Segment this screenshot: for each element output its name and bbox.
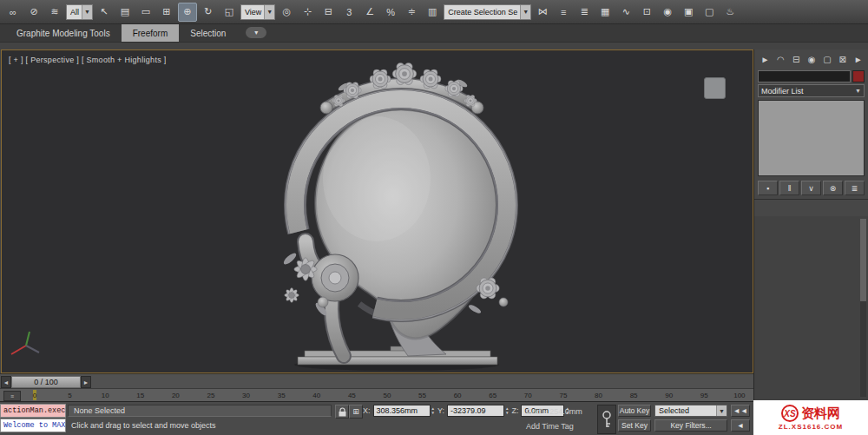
window-crossing-icon[interactable]: ⊞ [157,3,176,22]
panel-tab-glyph: ► [854,55,863,64]
x-coordinate-field[interactable]: 308.356mm [373,405,431,417]
viewport-label[interactable]: [ + ] [ Perspective ] [ Smooth + Highlig… [9,56,167,64]
stack-button-glyph: ▪ [766,184,769,193]
key-filters-button[interactable]: Key Filters... [654,419,727,432]
lock-icon [339,407,346,417]
frame-tick-label: 55 [414,392,431,399]
selection-lock-toggle[interactable] [335,405,349,419]
x-label: X: [363,406,371,415]
tab-selection[interactable]: Selection [179,24,237,42]
selection-filter-dropdown[interactable]: All ▼ [66,4,93,20]
render-production-icon[interactable]: ♨ [720,3,740,22]
object-color-swatch[interactable] [852,70,865,82]
set-key-button[interactable]: Set Key [618,419,651,432]
mirror-base[interactable] [294,346,499,371]
absolute-offset-toggle[interactable]: ⊞ [349,405,363,419]
previous-key-button[interactable]: ◄ [731,419,750,432]
remove-modifier-button[interactable]: ⊗ [823,181,843,195]
modify-tab-icon[interactable]: ◠ [774,53,787,66]
grid-size-readout: Grid = 254.0mm [526,407,582,416]
create-tab-icon[interactable]: ► [759,53,772,66]
select-and-link-icon[interactable]: ∞ [3,3,23,22]
make-unique-button[interactable]: ∨ [801,181,821,195]
frame-tick-label: 60 [449,392,466,399]
key-filter-selection-dropdown[interactable]: Selected ▼ [654,405,727,417]
set-keys-button[interactable] [597,405,616,434]
macro-recorder-line[interactable]: actionMan.exec [0,404,66,418]
tab-freeform[interactable]: Freeform [122,24,180,42]
unlink-selection-icon[interactable]: ⊘ [24,3,43,22]
frame-tick-label: 40 [308,392,326,399]
material-editor-icon[interactable]: ◉ [658,3,677,22]
configure-modifier-sets-button[interactable]: ≣ [845,181,865,195]
track-bar[interactable]: ≡ 0 5 10 15 20 25 30 35 40 45 [0,388,753,401]
curve-editor-icon[interactable]: ∿ [616,3,635,22]
motion-tab-icon[interactable]: ◉ [806,53,819,66]
select-and-scale-icon[interactable]: ◱ [220,3,239,22]
spinner-snap-toggle-icon[interactable]: ≑ [402,3,421,22]
show-end-result-button[interactable]: ‖ [779,181,799,195]
maxscript-listener-line[interactable]: Welcome to MAX [0,419,66,432]
time-slider-bar[interactable]: ◄ 0 / 100 ► [0,373,753,388]
reference-coordinate-system-dropdown[interactable]: View ▼ [240,4,275,20]
panel-tab-glyph: ◉ [808,55,816,64]
bind-to-space-warp-icon[interactable]: ≋ [45,3,64,22]
select-and-manipulate-icon[interactable]: ⊹ [298,3,317,22]
toolbar-icon-glyph: ▭ [141,6,150,17]
y-coordinate-field[interactable]: -32379.09 [447,405,504,417]
graphite-modeling-ribbon-icon[interactable]: ▦ [595,3,615,22]
select-and-move-icon[interactable]: ⊕ [178,3,197,22]
select-object-icon[interactable]: ↖ [95,3,114,22]
edit-named-selection-sets-icon[interactable]: ▥ [423,3,442,22]
tab-graphite-modeling-tools[interactable]: Graphite Modeling Tools [5,24,122,42]
rectangular-selection-region-icon[interactable]: ▭ [136,3,155,22]
panel-scrollbar-thumb[interactable] [860,219,866,301]
ornate-mirror-model[interactable] [2,50,753,372]
snaps-toggle-3d-icon[interactable]: 3 [339,3,358,22]
ribbon-tab-bar: Graphite Modeling Tools Freeform Selecti… [0,24,868,43]
rendered-frame-window-icon[interactable]: ▢ [700,3,719,22]
auto-key-button[interactable]: Auto Key [618,405,651,417]
percent-snap-toggle-icon[interactable]: % [381,3,400,22]
modifier-stack-list[interactable] [758,100,865,176]
y-label: Y: [437,406,444,415]
previous-frame-button[interactable]: ◄ [1,376,11,388]
select-and-rotate-icon[interactable]: ↻ [199,3,218,22]
add-time-tag[interactable]: Add Time Tag [526,422,574,431]
named-selection-sets-dropdown[interactable]: Create Selection Se ▼ [444,4,531,20]
frame-tick-label: 90 [661,392,678,399]
render-setup-icon[interactable]: ▣ [679,3,698,22]
modifier-list-dropdown[interactable]: Modifier List ▼ [758,84,865,97]
angle-snap-toggle-icon[interactable]: ∠ [360,3,379,22]
display-tab-icon[interactable]: ▢ [820,53,833,66]
panel-scrollbar[interactable] [860,219,866,397]
chevron-down-icon: ▼ [520,5,530,19]
toolbar-icon-glyph: ⊟ [325,6,332,17]
schematic-view-icon[interactable]: ⊡ [637,3,656,22]
pin-stack-button[interactable]: ▪ [758,181,778,195]
toolbar-icon-glyph: ▥ [428,6,437,17]
align-icon[interactable]: ≡ [554,3,573,22]
object-name-field[interactable] [758,70,851,82]
go-to-start-button[interactable]: ◄◄ [731,405,750,417]
watermark-brand: XS 资料网 [781,405,840,422]
toolbar-icon-glyph: ▤ [121,6,129,17]
frame-tick-label: 100 [731,392,748,399]
ribbon-minimize-toggle[interactable]: ▾ [246,27,266,38]
viewcube[interactable] [704,77,726,99]
panel-tab-glyph: ► [760,55,769,64]
open-mini-curve-editor-button[interactable]: ≡ [3,391,21,401]
panel-expand-icon[interactable]: ► [852,53,865,66]
next-frame-button[interactable]: ► [81,376,91,388]
use-pivot-point-center-icon[interactable]: ◎ [277,3,296,22]
x-spinner[interactable]: ▲▼ [431,406,435,415]
mirror-icon[interactable]: ⋈ [533,3,552,22]
time-slider-handle[interactable]: 0 / 100 [11,376,81,388]
manage-layers-icon[interactable]: ≣ [575,3,594,22]
y-spinner[interactable]: ▲▼ [505,406,509,415]
hierarchy-tab-icon[interactable]: ⊟ [790,53,803,66]
utilities-tab-icon[interactable]: ⊠ [836,53,849,66]
perspective-viewport[interactable]: [ + ] [ Perspective ] [ Smooth + Highlig… [1,49,753,373]
keyboard-shortcut-override-icon[interactable]: ⊟ [319,3,338,22]
select-by-name-icon[interactable]: ▤ [115,3,135,22]
